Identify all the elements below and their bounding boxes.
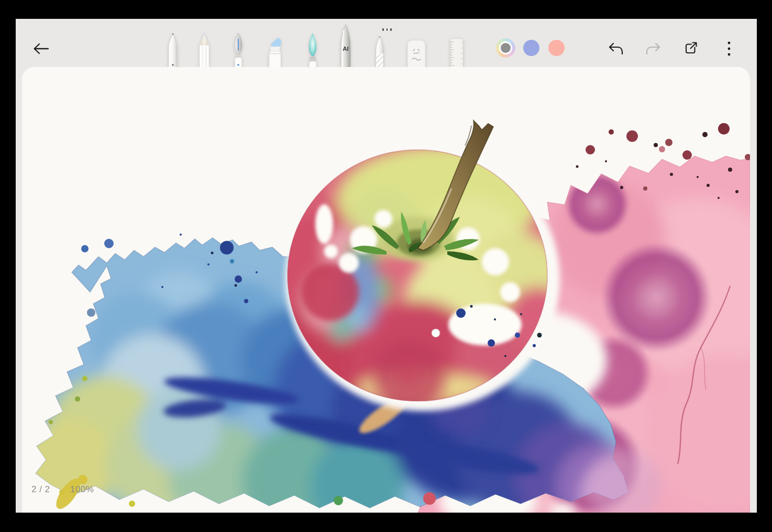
- redo-icon: [646, 42, 661, 56]
- color-swatch-periwinkle[interactable]: [523, 40, 539, 56]
- redo-button[interactable]: [642, 37, 665, 60]
- export-button[interactable]: [679, 37, 702, 60]
- drawing-canvas[interactable]: 2 / 2 100%: [22, 67, 750, 513]
- watercolor-apple-artwork: [22, 67, 750, 513]
- back-arrow-icon: [32, 41, 50, 57]
- tablet-screen: AI: [0, 0, 772, 532]
- more-menu-button[interactable]: [718, 37, 741, 60]
- ai-pen-label: AI: [343, 46, 349, 52]
- kebab-menu-icon: [727, 41, 731, 57]
- undo-button[interactable]: [604, 37, 627, 60]
- page-indicator: 2 / 2: [31, 484, 50, 495]
- tool-ai-pen[interactable]: AI: [337, 24, 354, 73]
- color-picker-current-color: [499, 41, 512, 54]
- color-swatch-salmon[interactable]: [548, 40, 565, 56]
- ai-pen-icon: AI: [337, 24, 354, 73]
- color-picker-swatch[interactable]: [496, 38, 515, 58]
- back-button[interactable]: [29, 37, 52, 60]
- zoom-level: 100%: [70, 484, 94, 495]
- more-tools-handle[interactable]: [379, 25, 395, 34]
- ellipsis-dot: [390, 28, 392, 31]
- ellipsis-dot: [387, 28, 388, 31]
- ellipsis-dot: [382, 28, 384, 31]
- undo-icon: [608, 42, 623, 56]
- drawing-app-window: AI: [16, 19, 757, 513]
- export-icon: [683, 41, 698, 56]
